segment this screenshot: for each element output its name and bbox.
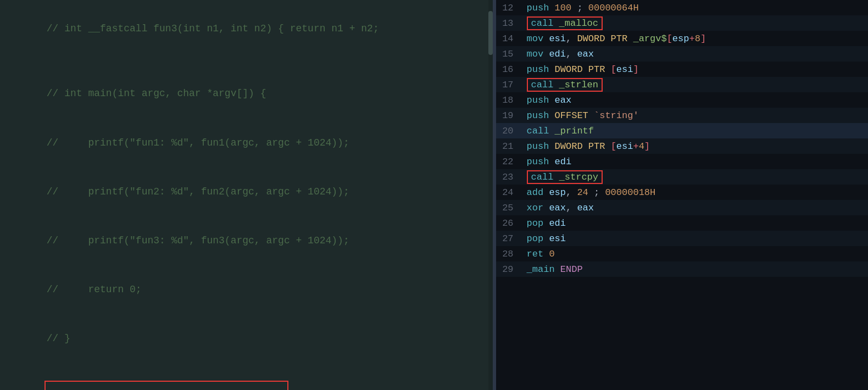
asm-row: 22push edi	[496, 154, 868, 169]
asm-instruction: push DWORD PTR [esi+4]	[524, 138, 868, 154]
asm-instruction: push edi	[524, 154, 868, 169]
left-scrollbar[interactable]	[488, 0, 493, 390]
asm-line-number: 14	[496, 31, 524, 46]
asm-line-number: 17	[496, 77, 524, 92]
source-code-area: // int __fastcall fun3(int n1, int n2) {…	[0, 0, 493, 390]
asm-row: 17call _strlen	[496, 77, 868, 92]
asm-row: 26pop edi	[496, 215, 868, 231]
asm-row: 18push eax	[496, 92, 868, 108]
asm-line-number: 23	[496, 169, 524, 185]
pragma-highlight-box: #pragma function(strcpy, strlen)	[44, 381, 288, 390]
asm-instruction: mov esi, DWORD PTR _argv$[esp+8]	[524, 31, 868, 46]
asm-instruction: add esp, 24 ; 00000018H	[524, 185, 868, 200]
asm-instruction: call _malloc	[524, 15, 868, 31]
asm-highlight-box: call _strcpy	[527, 170, 603, 184]
asm-row: 21push DWORD PTR [esi+4]	[496, 138, 868, 154]
asm-line-number: 26	[496, 215, 524, 231]
asm-row: 20call _printf	[496, 123, 868, 138]
asm-row: 27pop esi	[496, 231, 868, 246]
asm-instruction: _main ENDP	[524, 261, 868, 277]
asm-line-number: 28	[496, 246, 524, 261]
asm-line-number: 18	[496, 92, 524, 108]
asm-line-number: 19	[496, 108, 524, 123]
asm-row: 12push 100 ; 00000064H	[496, 0, 868, 15]
asm-instruction: push OFFSET `string'	[524, 108, 868, 123]
asm-row: 16push DWORD PTR [esi]	[496, 62, 868, 77]
comment-text: // int __fastcall fun3(int n1, int n2) {…	[47, 23, 379, 34]
asm-instruction: call _strcpy	[524, 169, 868, 185]
asm-line-number: 12	[496, 0, 524, 15]
code-line-8: // }	[11, 314, 482, 363]
code-line-1: // int __fastcall fun3(int n1, int n2) {…	[11, 4, 482, 53]
asm-row: 14mov esi, DWORD PTR _argv$[esp+8]	[496, 31, 868, 46]
asm-instruction: mov edi, eax	[524, 46, 868, 62]
asm-code-table: 12push 100 ; 00000064H13call _malloc14mo…	[496, 0, 868, 277]
asm-row: 28ret 0	[496, 246, 868, 261]
asm-row: 24add esp, 24 ; 00000018H	[496, 185, 868, 200]
asm-line-number: 20	[496, 123, 524, 138]
right-asm-panel: 12push 100 ; 00000064H13call _malloc14mo…	[496, 0, 868, 390]
asm-line-number: 16	[496, 62, 524, 77]
asm-row: 13call _malloc	[496, 15, 868, 31]
asm-line-number: 13	[496, 15, 524, 31]
asm-highlight-box: call _malloc	[527, 16, 603, 30]
asm-instruction: push DWORD PTR [esi]	[524, 62, 868, 77]
asm-line-number: 15	[496, 46, 524, 62]
code-line-6: // printf("fun3: %d", fun3(argc, argc + …	[11, 216, 482, 265]
code-line-pragma: #pragma function(strcpy, strlen)	[11, 364, 482, 390]
asm-row: 19push OFFSET `string'	[496, 108, 868, 123]
asm-line-number: 25	[496, 200, 524, 215]
asm-instruction: pop esi	[524, 231, 868, 246]
asm-instruction: push eax	[524, 92, 868, 108]
asm-line-number: 24	[496, 185, 524, 200]
asm-line-number: 27	[496, 231, 524, 246]
code-line-5: // printf("fun2: %d", fun2(argc, argc + …	[11, 168, 482, 216]
code-line-4: // printf("fun1: %d", fun1(argc, argc + …	[11, 119, 482, 168]
asm-instruction: xor eax, eax	[524, 200, 868, 215]
asm-instruction: push 100 ; 00000064H	[524, 0, 868, 15]
asm-instruction: call _printf	[524, 123, 868, 138]
asm-line-number: 22	[496, 154, 524, 169]
asm-line-number: 29	[496, 261, 524, 277]
left-code-panel: // int __fastcall fun3(int n1, int n2) {…	[0, 0, 493, 390]
asm-row: 25xor eax, eax	[496, 200, 868, 215]
code-line-7: // return 0;	[11, 265, 482, 314]
asm-instruction: ret 0	[524, 246, 868, 261]
asm-row: 29_main ENDP	[496, 261, 868, 277]
asm-instruction: call _strlen	[524, 77, 868, 92]
asm-line-number: 21	[496, 138, 524, 154]
code-line-3: // int main(int argc, char *argv[]) {	[11, 70, 482, 119]
asm-instruction: pop edi	[524, 215, 868, 231]
code-line-empty-1	[11, 53, 482, 70]
asm-row: 23call _strcpy	[496, 169, 868, 185]
asm-row: 15mov edi, eax	[496, 46, 868, 62]
asm-highlight-box: call _strlen	[527, 78, 603, 92]
scrollbar-thumb[interactable]	[488, 11, 493, 55]
